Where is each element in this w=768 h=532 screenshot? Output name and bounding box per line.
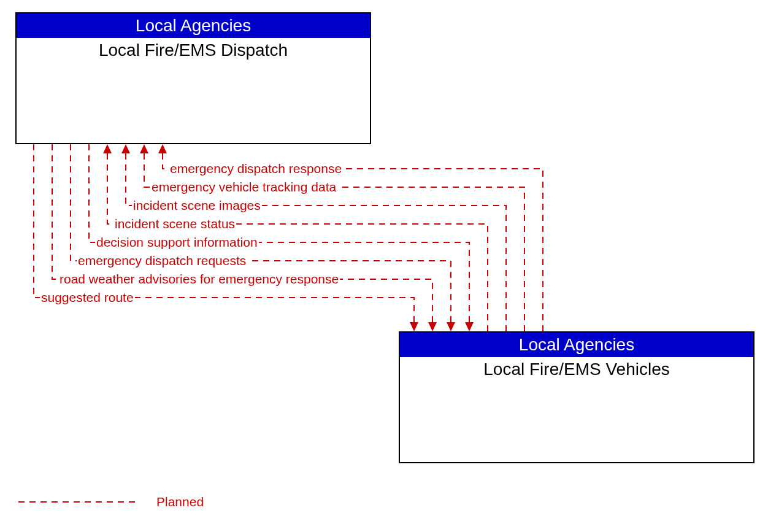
svg-marker-3 <box>103 144 112 153</box>
vehicles-box-title: Local Fire/EMS Vehicles <box>400 357 753 379</box>
flow-label-suggested-route: suggested route <box>40 290 135 305</box>
flow-label-road-weather-advisories: road weather advisories for emergency re… <box>58 272 340 287</box>
flow-label-incident-scene-images: incident scene images <box>132 198 262 213</box>
svg-marker-1 <box>140 144 148 153</box>
flow-label-emergency-dispatch-requests: emergency dispatch requests <box>77 253 247 268</box>
dispatch-box-title: Local Fire/EMS Dispatch <box>17 38 370 60</box>
svg-marker-4 <box>465 322 474 331</box>
svg-marker-0 <box>158 144 167 153</box>
svg-marker-2 <box>121 144 130 153</box>
svg-marker-6 <box>428 322 437 331</box>
vehicles-box: Local Agencies Local Fire/EMS Vehicles <box>399 331 755 463</box>
flow-label-incident-scene-status: incident scene status <box>113 217 236 231</box>
flow-label-emergency-vehicle-tracking: emergency vehicle tracking data <box>150 180 337 195</box>
dispatch-box: Local Agencies Local Fire/EMS Dispatch <box>15 12 371 144</box>
legend-planned: Planned <box>156 495 204 509</box>
svg-marker-7 <box>410 322 418 331</box>
flow-label-decision-support: decision support information <box>95 235 259 250</box>
flow-label-emergency-dispatch-response: emergency dispatch response <box>169 161 343 176</box>
dispatch-box-header: Local Agencies <box>17 13 370 38</box>
svg-marker-5 <box>447 322 455 331</box>
vehicles-box-header: Local Agencies <box>400 333 753 357</box>
